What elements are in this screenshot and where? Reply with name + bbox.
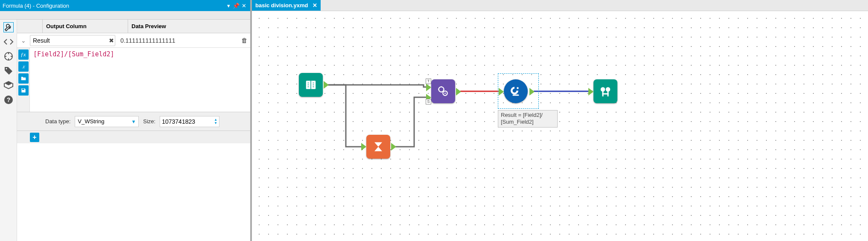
svg-text:?: ?	[6, 96, 10, 103]
tab-bar: basic division.yxmd ✕	[252, 0, 868, 11]
tab-close-icon[interactable]: ✕	[313, 2, 317, 9]
svg-rect-11	[513, 95, 519, 96]
tag-icon[interactable]	[3, 66, 14, 76]
output-column-field[interactable]	[30, 37, 108, 44]
annotation-line1: Result = [Field2]/	[501, 112, 555, 119]
anchor-in[interactable]	[588, 88, 593, 96]
svg-rect-16	[602, 93, 609, 95]
output-row: ⌄ ✖ 0.111111111111111 🗑	[17, 33, 250, 48]
datatype-value: V_WString	[78, 118, 104, 125]
size-label: Size:	[143, 118, 155, 125]
formula-annotation: Result = [Field2]/ [Sum_Field2]	[498, 110, 558, 128]
help-icon[interactable]: ?	[3, 95, 14, 105]
header-output: Output Column	[43, 20, 128, 33]
chevron-down-icon: ▼	[131, 119, 136, 124]
panel-separator	[0, 11, 250, 20]
summarize-tool[interactable]	[366, 135, 390, 159]
save-icon[interactable]	[18, 85, 29, 96]
svg-rect-4	[22, 89, 24, 90]
vertical-toolbar: ?	[0, 20, 17, 241]
svg-point-13	[606, 87, 611, 92]
anchor-out[interactable]	[391, 143, 396, 151]
anchor-out[interactable]	[324, 81, 329, 89]
datatype-label: Data type:	[45, 118, 70, 125]
configuration-panel: Formula (4) - Configuration ▾ 📌 ✕ ?	[0, 0, 252, 241]
pin-icon[interactable]: 📌	[232, 3, 240, 9]
column-headers: Output Column Data Preview	[17, 20, 250, 33]
anchor-label-s: S	[426, 99, 431, 105]
expression-editor[interactable]: [Field2]/[Sum_Field2]	[30, 48, 250, 112]
connection-wires	[252, 11, 868, 241]
add-expression-row: +	[17, 131, 250, 143]
box-icon[interactable]	[3, 80, 14, 90]
svg-point-1	[6, 68, 7, 70]
anchor-in[interactable]	[361, 143, 366, 151]
x-var-icon[interactable]: 𝑥	[18, 61, 29, 72]
close-panel-icon[interactable]: ✕	[240, 3, 248, 9]
header-preview: Data Preview	[128, 20, 250, 33]
expression-area: ƒx 𝑥 [Field2]/[Sum_Field2]	[17, 48, 250, 112]
panel-title: Formula (4) - Configuration	[3, 3, 225, 9]
svg-point-12	[601, 87, 605, 92]
target-icon[interactable]	[3, 51, 14, 61]
collapse-icon[interactable]: ⌄	[17, 37, 30, 44]
annotation-line2: [Sum_Field2]	[501, 119, 555, 125]
tab-workflow[interactable]: basic division.yxmd ✕	[252, 0, 321, 11]
formula-tool[interactable]	[504, 79, 528, 103]
svg-point-10	[517, 87, 519, 89]
text-input-tool[interactable]	[299, 73, 323, 97]
anchor-out[interactable]	[456, 88, 461, 96]
add-expression-button[interactable]: +	[30, 133, 39, 142]
code-icon[interactable]	[3, 37, 14, 47]
output-column-input[interactable]: ✖	[30, 35, 115, 46]
delete-icon[interactable]: 🗑	[238, 37, 250, 44]
workflow-canvas[interactable]: T S Result = [Field2]/ [Sum_Field2]	[252, 11, 868, 241]
datatype-row: Data type: V_WString ▼ Size: ▲ ▼	[17, 112, 250, 131]
wrench-icon[interactable]	[3, 22, 14, 32]
size-input[interactable]: ▲ ▼	[160, 116, 219, 127]
svg-point-7	[439, 87, 444, 92]
dropdown-icon[interactable]: ▾	[225, 3, 232, 9]
anchor-label-t: T	[426, 78, 431, 84]
workflow-panel: basic division.yxmd ✕	[252, 0, 868, 241]
browse-tool[interactable]	[593, 79, 617, 103]
size-field[interactable]	[162, 118, 205, 125]
folder-icon[interactable]	[18, 73, 29, 84]
preview-value: 0.111111111111111	[119, 37, 238, 44]
panel-title-bar: Formula (4) - Configuration ▾ 📌 ✕	[0, 0, 250, 11]
size-down-icon[interactable]: ▼	[214, 122, 217, 125]
expression-toolbar: ƒx 𝑥	[17, 48, 30, 112]
datatype-select[interactable]: V_WString ▼	[75, 116, 139, 127]
expression-text: [Field2]/[Sum_Field2]	[33, 50, 114, 58]
anchor-in-target[interactable]	[426, 84, 431, 91]
svg-point-9	[444, 93, 446, 94]
append-tool[interactable]	[431, 79, 455, 103]
fx-icon[interactable]: ƒx	[18, 49, 29, 60]
formula-column: Output Column Data Preview ⌄ ✖ 0.1111111…	[17, 20, 250, 241]
tab-label: basic division.yxmd	[255, 2, 308, 9]
clear-icon[interactable]: ✖	[108, 37, 115, 44]
